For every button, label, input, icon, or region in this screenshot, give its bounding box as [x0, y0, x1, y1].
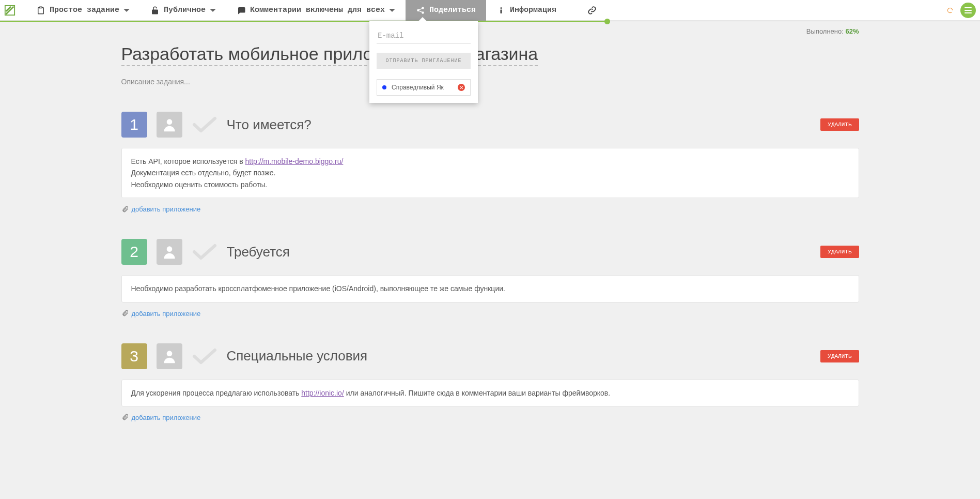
share-popover: ОТПРАВИТЬ ПРИГЛАШЕНИЕ Справедливый Як ✕	[369, 21, 478, 103]
step-number-badge: 2	[121, 239, 147, 265]
svg-point-11	[166, 247, 172, 252]
email-input[interactable]	[377, 28, 471, 43]
svg-point-8	[501, 7, 502, 9]
main-content: Выполнено: 62% Разработать мобильное при…	[103, 22, 878, 468]
app-logo	[4, 5, 15, 16]
step-avatar[interactable]	[157, 239, 182, 265]
add-attachment-link[interactable]: добавить приложение	[121, 205, 859, 213]
remove-user-button[interactable]: ✕	[458, 84, 465, 91]
send-invite-button[interactable]: ОТПРАВИТЬ ПРИГЛАШЕНИЕ	[377, 53, 471, 69]
step: 3Специальные условияУДАЛИТЬДля ускорения…	[121, 343, 859, 421]
step-body-link[interactable]: http://ionic.io/	[301, 389, 344, 397]
step-complete-checkbox[interactable]	[192, 347, 217, 366]
step-body[interactable]: Необходимо разработать кроссплатфоменное…	[121, 275, 859, 302]
comments-dropdown[interactable]: Комментарии включены для всех	[226, 0, 406, 21]
privacy-dropdown[interactable]: Публичное	[140, 0, 226, 21]
comments-label: Комментарии включены для всех	[250, 6, 385, 14]
chevron-down-icon	[389, 9, 395, 12]
clipboard-icon	[36, 6, 45, 15]
completion-status: Выполнено: 62%	[806, 27, 859, 35]
step: 1Что имеется?УДАЛИТЬЕсть API, которое ис…	[121, 112, 859, 213]
task-type-dropdown[interactable]: Простое задание	[26, 0, 140, 21]
delete-step-button[interactable]: УДАЛИТЬ	[820, 350, 859, 362]
unlock-icon	[150, 6, 160, 15]
svg-point-4	[422, 7, 424, 9]
step-body[interactable]: Для ускорения процесса предлагаю использ…	[121, 380, 859, 406]
svg-point-12	[166, 351, 172, 356]
step-title[interactable]: Требуется	[227, 244, 812, 260]
privacy-label: Публичное	[164, 6, 206, 14]
svg-point-10	[166, 119, 172, 125]
completion-percent: 62%	[845, 27, 859, 35]
svg-point-5	[422, 11, 424, 14]
step-title[interactable]: Специальные условия	[227, 348, 812, 364]
task-description[interactable]: Описание задания...	[121, 78, 859, 86]
delete-step-button[interactable]: УДАЛИТЬ	[820, 246, 859, 258]
step-complete-checkbox[interactable]	[192, 243, 217, 261]
svg-rect-9	[501, 9, 502, 13]
step: 2ТребуетсяУДАЛИТЬНеобходимо разработать …	[121, 239, 859, 317]
add-attachment-link[interactable]: добавить приложение	[121, 414, 859, 421]
link-button[interactable]	[577, 0, 607, 21]
shared-user-name: Справедливый Як	[392, 84, 444, 91]
attachment-icon	[121, 206, 129, 213]
topbar: Простое задание Публичное Комментарии вк…	[0, 0, 980, 21]
hamburger-menu-button[interactable]	[960, 3, 976, 18]
share-button[interactable]: Поделиться	[406, 0, 486, 21]
share-icon	[416, 6, 425, 15]
svg-point-3	[417, 9, 419, 11]
link-icon	[587, 6, 597, 15]
task-type-label: Простое задание	[50, 6, 119, 14]
info-icon	[496, 6, 506, 15]
info-button[interactable]: Информация	[486, 0, 567, 21]
attachment-icon	[121, 310, 129, 317]
user-status-dot	[382, 85, 386, 89]
share-label: Поделиться	[429, 6, 476, 14]
step-body-link[interactable]: http://m.mobile-demo.biggo.ru/	[245, 157, 344, 165]
shared-user-row: Справедливый Як ✕	[377, 79, 471, 96]
chevron-down-icon	[123, 9, 130, 12]
info-label: Информация	[510, 6, 556, 14]
chevron-down-icon	[210, 9, 216, 12]
comment-icon	[237, 6, 246, 15]
svg-line-7	[419, 11, 422, 12]
add-attachment-link[interactable]: добавить приложение	[121, 310, 859, 317]
step-number-badge: 3	[121, 343, 147, 369]
attachment-icon	[121, 414, 129, 421]
delete-step-button[interactable]: УДАЛИТЬ	[820, 118, 859, 131]
step-complete-checkbox[interactable]	[192, 115, 217, 134]
sync-indicator-icon	[946, 6, 954, 14]
step-body[interactable]: Есть API, которое используется в http://…	[121, 148, 859, 198]
svg-line-6	[419, 8, 422, 9]
step-avatar[interactable]	[157, 112, 182, 138]
step-avatar[interactable]	[157, 343, 182, 369]
step-number-badge: 1	[121, 112, 147, 138]
step-title[interactable]: Что имеется?	[227, 117, 812, 133]
